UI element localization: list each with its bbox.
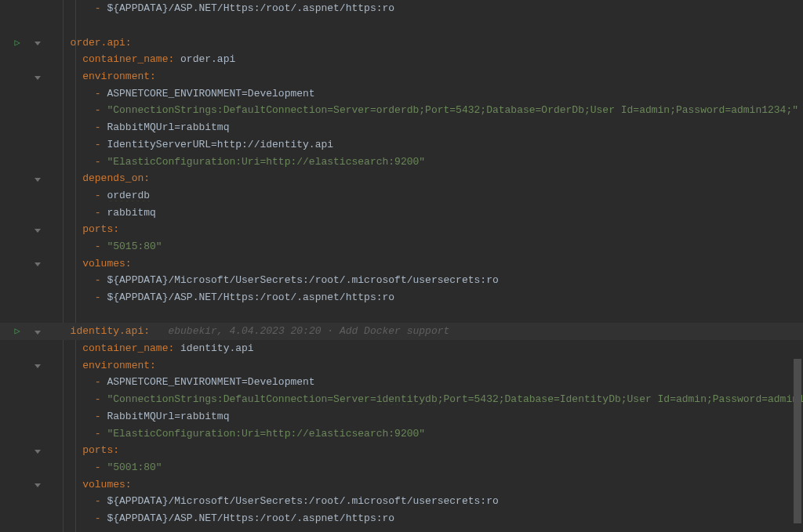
fold-chevron-icon[interactable] [35,328,42,335]
git-blame-hint: ebubekir, 4.04.2023 20:20 · Add Docker s… [168,325,449,337]
code-line[interactable]: environment: [0,68,803,85]
run-icon[interactable]: ▷ [14,325,20,337]
code-line[interactable]: depends_on: [0,170,803,187]
code-line[interactable]: - IdentityServerURL=http://identity.api [0,136,803,154]
code-line[interactable]: - ASPNETCORE_ENVIRONMENT=Development [0,374,803,391]
fold-chevron-icon[interactable] [35,38,42,46]
fold-chevron-icon[interactable] [35,73,42,81]
fold-chevron-icon[interactable] [35,447,42,454]
code-line[interactable]: volumes: [0,476,803,493]
fold-chevron-icon[interactable] [35,259,42,267]
code-line[interactable]: - "ElasticConfiguration:Uri=http://elast… [0,153,803,170]
run-icon[interactable]: ▷ [14,37,20,49]
code-line[interactable]: - "ConnectionStrings:DefaultConnection=S… [0,391,803,408]
code-line[interactable]: volumes: [0,255,803,272]
code-line[interactable]: - RabbitMQUrl=rabbitmq [0,408,803,425]
code-line[interactable]: - "5001:80" [0,459,803,476]
code-line[interactable]: container_name: identity.api [0,340,803,357]
fold-gutter [35,0,56,17]
blank-line[interactable] [0,17,803,34]
fold-chevron-icon[interactable] [35,226,42,233]
code-line[interactable]: - ${APPDATA}/Microsoft/UserSecrets:/root… [0,493,803,510]
scrollbar-thumb[interactable] [794,359,801,523]
fold-chevron-icon[interactable] [35,361,42,369]
code-line[interactable]: container_name: order.api [0,51,803,68]
code-line[interactable]: - "ElasticConfiguration:Uri=http://elast… [0,425,803,442]
code-line[interactable]: - orderdb [0,187,803,204]
code-line[interactable]: ports: [0,221,803,238]
code-editor[interactable]: - ${APPDATA}/ASP.NET/Https:/root/.aspnet… [0,0,803,532]
gutter [0,0,35,17]
code-line[interactable]: - ASPNETCORE_ENVIRONMENT=Development [0,85,803,102]
code-line[interactable]: - ${APPDATA}/ASP.NET/Https:/root/.aspnet… [0,289,803,306]
code-line[interactable]: - ${APPDATA}/ASP.NET/Https:/root/.aspnet… [0,510,803,527]
code-line[interactable]: - ${APPDATA}/Microsoft/UserSecrets:/root… [0,272,803,289]
code-line[interactable]: - ${APPDATA}/ASP.NET/Https:/root/.aspnet… [0,0,803,17]
blank-line[interactable] [0,306,803,323]
code-line[interactable]: - "ConnectionStrings:DefaultConnection=S… [0,102,803,119]
code-line[interactable]: environment: [0,356,803,374]
fold-chevron-icon[interactable] [35,175,42,183]
service-header-identity[interactable]: ▷ identity.api: ebubekir, 4.04.2023 20:2… [0,323,803,340]
code-line[interactable]: - "5015:80" [0,238,803,255]
fold-chevron-icon[interactable] [35,480,42,488]
code-line[interactable]: - RabbitMQUrl=rabbitmq [0,119,803,136]
code-line[interactable]: ports: [0,442,803,459]
code-line[interactable]: - rabbitmq [0,204,803,221]
service-header-order[interactable]: ▷ order.api: [0,34,803,51]
